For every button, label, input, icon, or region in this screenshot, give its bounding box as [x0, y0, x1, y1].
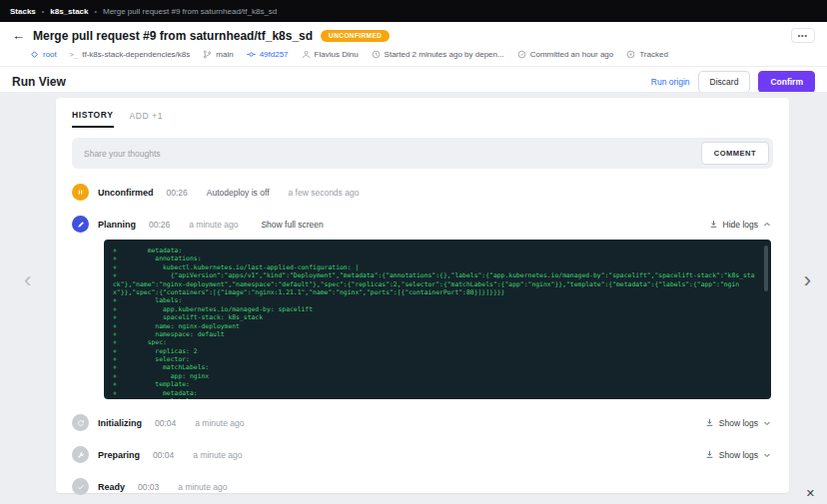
entry-duration: 00:26 [149, 220, 170, 230]
initializing-state-icon [72, 414, 89, 431]
breadcrumb-stacks[interactable]: Stacks [10, 7, 36, 16]
breadcrumb: Stacks • k8s_stack • Merge pull request … [0, 0, 827, 22]
entry-label: Unconfirmed [98, 188, 154, 198]
close-icon[interactable]: ✕ [806, 487, 815, 500]
commit-icon [247, 50, 256, 59]
meta-commit-label: 49fd257 [260, 50, 289, 59]
chevron-down-icon [763, 451, 771, 459]
back-arrow-icon[interactable]: ← [12, 28, 25, 43]
terminal-scrollbar[interactable] [764, 246, 768, 291]
planning-log-text: + metadata: + annotations: + kubectl.kub… [113, 247, 757, 399]
ellipsis-icon: ••• [798, 32, 808, 39]
entry-time: a minute ago [178, 482, 227, 492]
timeline-entry-unconfirmed: Unconfirmed 00:26 Autodeploy is off a fe… [72, 184, 773, 201]
timeline-entry-preparing: Preparing 00:04 a minute ago Show logs [72, 446, 773, 463]
meta-project: >_ tf-k8s-stack-dependencies/k8s [70, 50, 191, 59]
entry-time: a minute ago [193, 450, 242, 460]
breadcrumb-separator: • [95, 8, 97, 15]
ready-state-icon [72, 478, 89, 495]
discard-button[interactable]: Discard [698, 71, 751, 93]
timeline-entry-planning: Planning 00:26 a minute ago Show full sc… [72, 216, 773, 233]
comment-input[interactable] [76, 143, 701, 165]
entry-note: Autodeploy is off [207, 188, 270, 198]
entry-time: a minute ago [189, 220, 238, 230]
logs-toggle-label: Hide logs [723, 220, 758, 230]
runview-title: Run View [12, 75, 66, 89]
user-icon [302, 50, 311, 59]
more-menu-button[interactable]: ••• [791, 28, 815, 43]
chevron-up-icon [763, 221, 771, 229]
unconfirmed-state-icon [72, 184, 89, 201]
planning-logs-toggle[interactable]: Hide logs [709, 220, 771, 230]
commit-clock-icon [517, 50, 526, 59]
download-logs-icon[interactable] [705, 450, 714, 459]
planning-log-terminal[interactable]: + metadata: + annotations: + kubectl.kub… [104, 240, 771, 399]
meta-commit[interactable]: 49fd257 [247, 50, 289, 59]
tab-add-label: ADD [130, 111, 150, 121]
preparing-logs-toggle[interactable]: Show logs [705, 450, 771, 460]
comment-box: COMMENT [72, 138, 773, 169]
meta-space-label: root [43, 50, 57, 59]
logs-toggle-label: Show logs [719, 450, 758, 460]
tracked-icon [626, 50, 635, 59]
branch-icon [203, 50, 212, 59]
run-origin-link[interactable]: Run origin [651, 77, 690, 87]
initializing-logs-toggle[interactable]: Show logs [705, 418, 771, 428]
entry-time: a few seconds ago [289, 188, 360, 198]
entry-label: Initializing [98, 418, 142, 428]
status-badge: UNCONFIRMED [321, 30, 390, 42]
run-history-card: HISTORY ADD +1 COMMENT Unconfirmed 00:26… [56, 98, 789, 493]
clock-icon [372, 50, 381, 59]
timeline-entry-ready: Ready 00:03 a minute ago [72, 478, 773, 495]
run-header: ← Merge pull request #9 from saturnhead/… [0, 22, 827, 67]
next-run-arrow[interactable]: › [804, 269, 811, 291]
meta-branch[interactable]: main [203, 50, 233, 59]
meta-author: Flavius Dinu [302, 50, 359, 59]
tab-add[interactable]: ADD +1 [130, 111, 164, 127]
timeline-entry-initializing: Initializing 00:04 a minute ago Show log… [72, 414, 773, 431]
prev-run-arrow[interactable]: ‹ [24, 269, 31, 291]
space-icon [30, 50, 39, 59]
tab-bar: HISTORY ADD +1 [70, 108, 775, 128]
entry-label: Preparing [98, 450, 140, 460]
meta-started-label: Started 2 minutes ago by depen... [385, 50, 504, 59]
entry-duration: 00:26 [167, 188, 188, 198]
meta-branch-label: main [216, 50, 233, 59]
entry-label: Ready [98, 482, 125, 492]
entry-duration: 00:03 [138, 482, 159, 492]
chevron-down-icon [763, 419, 771, 427]
meta-committed: Committed an hour ago [517, 50, 614, 59]
logs-toggle-label: Show logs [719, 418, 758, 428]
shell-prompt-icon: >_ [70, 51, 78, 59]
page-title: Merge pull request #9 from saturnhead/tf… [33, 29, 313, 43]
meta-committed-label: Committed an hour ago [530, 50, 614, 59]
meta-tracked: Tracked [626, 50, 668, 59]
planning-state-icon [72, 216, 89, 233]
confirm-button[interactable]: Confirm [758, 71, 815, 93]
show-full-screen-link[interactable]: Show full screen [261, 220, 323, 230]
download-logs-icon[interactable] [705, 418, 714, 427]
entry-time: a minute ago [195, 418, 244, 428]
entry-duration: 00:04 [153, 450, 174, 460]
entry-label: Planning [98, 220, 136, 230]
meta-project-label: tf-k8s-stack-dependencies/k8s [82, 50, 190, 59]
entry-duration: 00:04 [155, 418, 176, 428]
meta-author-label: Flavius Dinu [315, 50, 359, 59]
meta-space[interactable]: root [30, 50, 57, 59]
tab-history[interactable]: HISTORY [72, 110, 114, 128]
download-logs-icon[interactable] [709, 220, 718, 229]
meta-tracked-label: Tracked [639, 50, 668, 59]
meta-started: Started 2 minutes ago by depen... [372, 50, 504, 59]
comment-button[interactable]: COMMENT [701, 142, 769, 165]
breadcrumb-separator: • [42, 8, 44, 15]
breadcrumb-run-name: Merge pull request #9 from saturnhead/tf… [103, 7, 277, 16]
run-content: ‹ › ✕ HISTORY ADD +1 COMMENT Unconfirmed… [0, 92, 827, 504]
preparing-state-icon [72, 446, 89, 463]
run-meta-row: root >_ tf-k8s-stack-dependencies/k8s ma… [30, 50, 815, 59]
breadcrumb-stack-name[interactable]: k8s_stack [50, 7, 88, 16]
tab-add-count: +1 [152, 111, 163, 121]
